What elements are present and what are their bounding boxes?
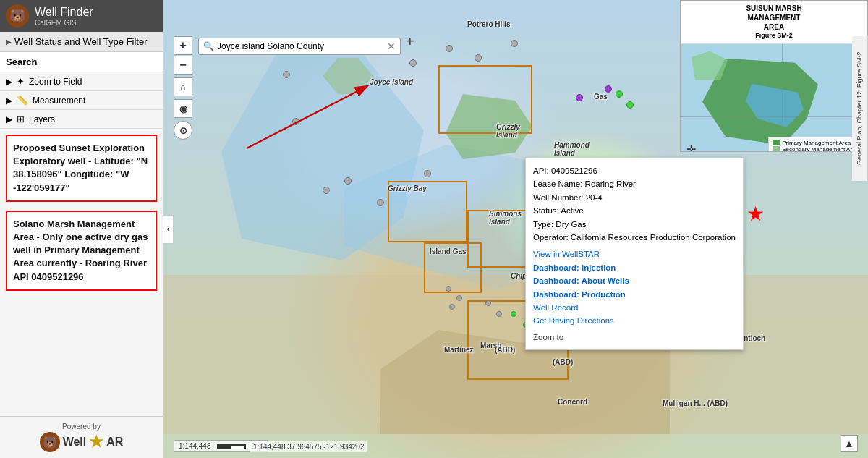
map-container[interactable]: Potrero Hills GrizzlyIsland Grizzly Bay … <box>163 0 868 458</box>
search-section: Search <box>0 52 163 72</box>
well-sym-20[interactable] <box>511 311 516 317</box>
zoom-to-field-label: Zoom to Field <box>29 77 82 87</box>
wellstar-ar: AR <box>106 436 123 449</box>
legend-secondary: Secondary Management Area <box>782 146 859 152</box>
popup-status: Status: Active <box>533 204 736 217</box>
wellstar-star-icon: ★ <box>89 433 103 451</box>
popup-link-injection[interactable]: Dashboard: Injection <box>533 261 736 274</box>
popup-api: API: 0409521296 <box>533 164 736 177</box>
well-symbol-6[interactable] <box>576 94 583 101</box>
popup-well-number: Well Number: 20-4 <box>533 191 736 204</box>
compass-button[interactable]: ⊙ <box>174 121 192 140</box>
wellstar-logo: 🐻 Well ★ AR <box>40 432 124 452</box>
inset-figure-label: Figure SM-2 <box>684 32 864 41</box>
powered-by-label: Powered by <box>62 423 101 431</box>
inset-map-image: ✛ Primary Management Area Secondary Mana… <box>681 44 867 152</box>
measurement-row[interactable]: ▶ 📏 Measurement <box>0 91 163 110</box>
well-symbol-14[interactable] <box>377 199 384 206</box>
well-symbol-11[interactable] <box>323 187 330 194</box>
well-symbol-1[interactable] <box>283 71 290 78</box>
inset-title: SUISUN MARSHMANAGEMENTAREA Figure SM-2 <box>681 1 867 44</box>
chevron-icon: ▶ <box>6 38 12 46</box>
map-search-bar[interactable]: 🔍 ✕ <box>198 38 401 55</box>
well-symbol-13[interactable] <box>424 170 431 177</box>
locate-button[interactable]: ◉ <box>174 99 192 118</box>
well-sym-17[interactable] <box>449 304 455 310</box>
popup-link-production[interactable]: Dashboard: Production <box>533 288 736 301</box>
zoom-out-button[interactable]: − <box>174 56 192 75</box>
bear-footer-icon: 🐻 <box>40 432 60 452</box>
popup-lease: Lease Name: Roaring River <box>533 177 736 190</box>
popup-link-well-record[interactable]: Well Record <box>533 301 736 314</box>
well-sym-19[interactable] <box>496 311 502 317</box>
popup-type: Type: Dry Gas <box>533 218 736 231</box>
legend-primary: Primary Management Area <box>782 140 851 146</box>
well-status-header[interactable]: ▶ Well Status and Well Type Filter <box>0 32 163 51</box>
map-inset: SUISUN MARSHMANAGEMENTAREA Figure SM-2 ✛… <box>680 0 868 152</box>
search-label: Search <box>6 56 37 67</box>
wellstar-text: Well <box>63 436 87 449</box>
zoom-to-field-row[interactable]: ▶ ✦ Zoom to Field <box>0 72 163 91</box>
app-title: Well Finder <box>35 6 93 19</box>
zoom-in-button[interactable]: + <box>174 36 192 55</box>
chevron-zoom-icon: ▶ <box>6 77 12 87</box>
well-sym-16[interactable] <box>456 295 462 301</box>
well-symbol-10[interactable] <box>344 177 352 185</box>
well-status-section: ▶ Well Status and Well Type Filter <box>0 32 163 52</box>
collapse-sidebar-button[interactable]: ‹ <box>163 215 174 244</box>
ruler-icon: 📏 <box>17 95 28 106</box>
well-star-icon: ★ <box>746 198 765 231</box>
measurement-label: Measurement <box>33 96 85 106</box>
inset-title-text: SUISUN MARSHMANAGEMENTAREA <box>746 4 801 31</box>
well-symbol-5[interactable] <box>511 40 518 47</box>
callout-solano-marsh: Solano Marsh Management Area - Only one … <box>6 211 157 291</box>
well-symbol-4[interactable] <box>475 54 482 62</box>
coords-text: 1:144,448 37.964575 -121.934202 <box>253 443 364 451</box>
well-symbol-8[interactable] <box>616 90 623 98</box>
popup-zoom-text: Zoom to <box>533 331 736 344</box>
zoom-icon: ✦ <box>17 76 25 87</box>
well-symbol-2[interactable] <box>409 59 417 67</box>
well-symbol-3[interactable] <box>446 45 453 52</box>
well-sym-15[interactable] <box>446 286 451 292</box>
well-info-popup: API: 0409521296 Lease Name: Roaring Rive… <box>525 158 744 350</box>
inset-legend: Primary Management Area Secondary Manage… <box>768 137 863 152</box>
popup-link-wellstar[interactable]: View in WellSTAR <box>533 247 736 260</box>
chevron-measurement-icon: ▶ <box>6 96 12 106</box>
title-block: Well Finder CalGEM GIS <box>35 6 93 27</box>
sidebar-footer: Powered by 🐻 Well ★ AR <box>0 416 163 458</box>
well-symbol-9[interactable] <box>626 101 634 109</box>
search-icon: 🔍 <box>203 41 214 51</box>
popup-operator: Operator: California Resources Productio… <box>533 231 736 244</box>
well-symbol-12[interactable] <box>292 118 299 125</box>
bear-icon: 🐻 <box>6 4 29 27</box>
callout-2-text: Solano Marsh Management Area - Only one … <box>13 219 148 282</box>
layers-label: Layers <box>29 114 55 124</box>
scale-text: 1:144,448 <box>179 442 211 450</box>
chevron-layers-icon: ▶ <box>6 114 12 124</box>
callout-proposed-well: Proposed Sunset Exploration Exploratory … <box>6 135 157 202</box>
general-plan-label: General Plan, Chapter 12, Figure SM-2 <box>852 36 868 181</box>
general-plan-text: General Plan, Chapter 12, Figure SM-2 <box>856 52 864 166</box>
layers-row[interactable]: ▶ ⊞ Layers <box>0 110 163 129</box>
sidebar: 🐻 Well Finder CalGEM GIS ▶ Well Status a… <box>0 0 163 458</box>
well-sym-18[interactable] <box>485 300 491 306</box>
popup-link-about-wells[interactable]: Dashboard: About Wells <box>533 274 736 287</box>
popup-link-driving[interactable]: Get Driving Directions <box>533 314 736 327</box>
well-symbol-7[interactable] <box>605 85 612 93</box>
home-button[interactable]: ⌂ <box>174 77 192 96</box>
layers-icon: ⊞ <box>17 114 25 124</box>
clear-search-button[interactable]: ✕ <box>387 41 396 52</box>
well-status-label: Well Status and Well Type Filter <box>14 36 148 47</box>
map-search-input[interactable] <box>217 41 384 51</box>
callout-1-text: Proposed Sunset Exploration Exploratory … <box>13 143 148 193</box>
back-to-top-button[interactable]: ▲ <box>841 435 858 452</box>
app-subtitle: CalGEM GIS <box>35 19 93 27</box>
map-coordinates: 1:144,448 37.964575 -121.934202 <box>250 441 367 452</box>
sidebar-header: 🐻 Well Finder CalGEM GIS <box>0 0 163 32</box>
search-header[interactable]: Search <box>0 52 163 72</box>
